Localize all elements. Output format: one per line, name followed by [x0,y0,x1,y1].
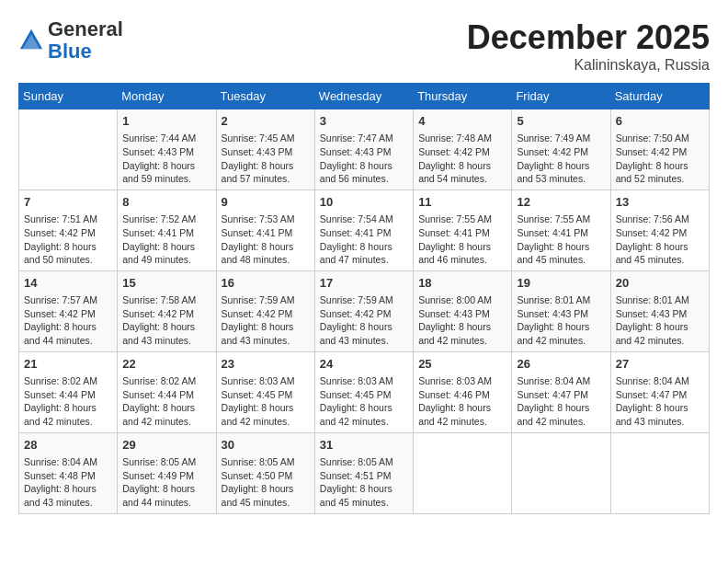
calendar-cell: 26Sunrise: 8:04 AMSunset: 4:47 PMDayligh… [512,351,610,432]
calendar-cell: 12Sunrise: 7:55 AMSunset: 4:41 PMDayligh… [512,190,610,270]
cell-content: Sunrise: 8:02 AMSunset: 4:44 PMDaylight:… [122,374,210,429]
cell-content: Sunrise: 8:01 AMSunset: 4:43 PMDaylight:… [616,293,704,348]
calendar-cell: 31Sunrise: 8:05 AMSunset: 4:51 PMDayligh… [314,432,413,513]
cell-content: Sunrise: 8:04 AMSunset: 4:47 PMDaylight:… [616,374,704,429]
calendar-cell: 8Sunrise: 7:52 AMSunset: 4:41 PMDaylight… [118,190,216,270]
cell-content: Sunrise: 7:54 AMSunset: 4:41 PMDaylight:… [320,213,408,267]
day-number: 9 [222,194,310,211]
calendar-cell: 18Sunrise: 8:00 AMSunset: 4:43 PMDayligh… [414,270,512,351]
calendar-cell [19,109,118,190]
calendar-cell: 20Sunrise: 8:01 AMSunset: 4:43 PMDayligh… [610,270,709,351]
week-row-3: 21Sunrise: 8:02 AMSunset: 4:44 PMDayligh… [19,351,710,432]
header-row: SundayMondayTuesdayWednesdayThursdayFrid… [19,84,710,109]
month-title: December 2025 [467,18,710,57]
location-subtitle: Kalininskaya, Russia [467,57,710,74]
calendar-cell: 29Sunrise: 8:05 AMSunset: 4:49 PMDayligh… [118,432,216,513]
day-number: 7 [24,194,112,211]
logo-general-text: General [48,17,123,40]
logo-blue-text: Blue [48,40,92,63]
calendar-cell: 25Sunrise: 8:03 AMSunset: 4:46 PMDayligh… [414,351,512,432]
cell-content: Sunrise: 7:47 AMSunset: 4:43 PMDaylight:… [320,132,408,186]
calendar-cell: 2Sunrise: 7:45 AMSunset: 4:43 PMDaylight… [216,109,314,190]
calendar-cell: 30Sunrise: 8:05 AMSunset: 4:50 PMDayligh… [216,432,314,513]
day-number: 20 [616,275,704,292]
cell-content: Sunrise: 8:04 AMSunset: 4:47 PMDaylight:… [517,374,605,429]
day-number: 4 [418,113,506,130]
calendar-cell: 19Sunrise: 8:01 AMSunset: 4:43 PMDayligh… [512,270,610,351]
cell-content: Sunrise: 7:51 AMSunset: 4:42 PMDaylight:… [24,213,112,267]
day-number: 12 [517,194,605,211]
cell-content: Sunrise: 8:02 AMSunset: 4:44 PMDaylight:… [24,374,112,429]
day-number: 10 [320,194,408,211]
header-cell-friday: Friday [512,84,610,109]
day-number: 11 [418,194,506,211]
cell-content: Sunrise: 7:53 AMSunset: 4:41 PMDaylight:… [222,213,310,267]
calendar-cell: 11Sunrise: 7:55 AMSunset: 4:41 PMDayligh… [414,190,512,270]
header-cell-monday: Monday [118,84,216,109]
calendar-cell [414,432,512,513]
cell-content: Sunrise: 8:04 AMSunset: 4:48 PMDaylight:… [24,455,112,510]
calendar-cell: 14Sunrise: 7:57 AMSunset: 4:42 PMDayligh… [19,270,118,351]
title-block: December 2025 Kalininskaya, Russia [467,18,710,74]
cell-content: Sunrise: 8:05 AMSunset: 4:50 PMDaylight:… [222,455,310,510]
day-number: 3 [320,113,408,130]
cell-content: Sunrise: 7:50 AMSunset: 4:42 PMDaylight:… [616,132,704,186]
header-cell-sunday: Sunday [19,84,118,109]
cell-content: Sunrise: 7:59 AMSunset: 4:42 PMDaylight:… [320,293,408,348]
day-number: 23 [222,356,310,373]
day-number: 2 [222,113,310,130]
day-number: 25 [418,356,506,373]
day-number: 24 [320,356,408,373]
week-row-4: 28Sunrise: 8:04 AMSunset: 4:48 PMDayligh… [19,432,710,513]
day-number: 31 [320,437,408,454]
cell-content: Sunrise: 8:03 AMSunset: 4:45 PMDaylight:… [222,374,310,429]
calendar-cell: 13Sunrise: 7:56 AMSunset: 4:42 PMDayligh… [610,190,709,270]
cell-content: Sunrise: 7:55 AMSunset: 4:41 PMDaylight:… [418,213,506,267]
cell-content: Sunrise: 8:05 AMSunset: 4:49 PMDaylight:… [122,455,210,510]
day-number: 26 [517,356,605,373]
day-number: 13 [616,194,704,211]
day-number: 28 [24,437,112,454]
page-header: General Blue December 2025 Kalininskaya,… [18,18,710,74]
cell-content: Sunrise: 7:45 AMSunset: 4:43 PMDaylight:… [222,132,310,186]
cell-content: Sunrise: 7:48 AMSunset: 4:42 PMDaylight:… [418,132,506,186]
cell-content: Sunrise: 8:01 AMSunset: 4:43 PMDaylight:… [517,293,605,348]
calendar-body: 1Sunrise: 7:44 AMSunset: 4:43 PMDaylight… [19,109,710,514]
cell-content: Sunrise: 7:58 AMSunset: 4:42 PMDaylight:… [122,293,210,348]
calendar-cell: 9Sunrise: 7:53 AMSunset: 4:41 PMDaylight… [216,190,314,270]
cell-content: Sunrise: 7:59 AMSunset: 4:42 PMDaylight:… [222,293,310,348]
calendar-cell: 28Sunrise: 8:04 AMSunset: 4:48 PMDayligh… [19,432,118,513]
cell-content: Sunrise: 8:00 AMSunset: 4:43 PMDaylight:… [418,293,506,348]
cell-content: Sunrise: 8:03 AMSunset: 4:45 PMDaylight:… [320,374,408,429]
cell-content: Sunrise: 7:55 AMSunset: 4:41 PMDaylight:… [517,213,605,267]
day-number: 18 [418,275,506,292]
header-cell-saturday: Saturday [610,84,709,109]
week-row-2: 14Sunrise: 7:57 AMSunset: 4:42 PMDayligh… [19,270,710,351]
day-number: 8 [122,194,210,211]
calendar-cell: 24Sunrise: 8:03 AMSunset: 4:45 PMDayligh… [314,351,413,432]
calendar-cell: 17Sunrise: 7:59 AMSunset: 4:42 PMDayligh… [314,270,413,351]
day-number: 14 [24,275,112,292]
day-number: 21 [24,356,112,373]
calendar-cell: 15Sunrise: 7:58 AMSunset: 4:42 PMDayligh… [118,270,216,351]
day-number: 17 [320,275,408,292]
week-row-0: 1Sunrise: 7:44 AMSunset: 4:43 PMDaylight… [19,109,710,190]
day-number: 19 [517,275,605,292]
calendar-cell: 6Sunrise: 7:50 AMSunset: 4:42 PMDaylight… [610,109,709,190]
day-number: 16 [222,275,310,292]
calendar-cell: 1Sunrise: 7:44 AMSunset: 4:43 PMDaylight… [118,109,216,190]
day-number: 6 [616,113,704,130]
day-number: 22 [122,356,210,373]
calendar-cell: 23Sunrise: 8:03 AMSunset: 4:45 PMDayligh… [216,351,314,432]
calendar-cell: 10Sunrise: 7:54 AMSunset: 4:41 PMDayligh… [314,190,413,270]
cell-content: Sunrise: 7:44 AMSunset: 4:43 PMDaylight:… [122,132,210,186]
calendar-cell: 7Sunrise: 7:51 AMSunset: 4:42 PMDaylight… [19,190,118,270]
calendar-table: SundayMondayTuesdayWednesdayThursdayFrid… [18,83,710,514]
calendar-cell: 22Sunrise: 8:02 AMSunset: 4:44 PMDayligh… [118,351,216,432]
day-number: 15 [122,275,210,292]
logo-icon [18,28,44,53]
day-number: 5 [517,113,605,130]
calendar-cell: 16Sunrise: 7:59 AMSunset: 4:42 PMDayligh… [216,270,314,351]
cell-content: Sunrise: 8:05 AMSunset: 4:51 PMDaylight:… [320,455,408,510]
cell-content: Sunrise: 7:57 AMSunset: 4:42 PMDaylight:… [24,293,112,348]
